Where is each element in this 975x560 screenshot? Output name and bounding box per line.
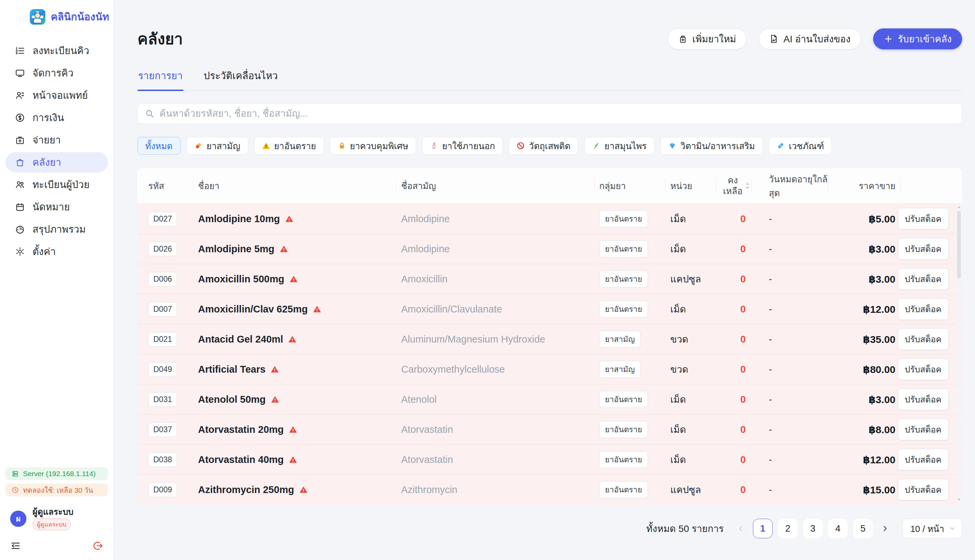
adjust-stock-button[interactable]: ปรับสต็อค [898,479,948,500]
ai-read-delivery-note-button[interactable]: AI อ่านใบส่งของ [759,28,861,49]
table-scrollbar[interactable] [957,204,962,503]
sidebar-item-finance[interactable]: การเงิน [5,108,108,128]
drug-table: รหัส ชื่อยา ชื่อสามัญ กลุ่มยา หน่วย คง เ… [137,168,962,505]
unit: แคปซูล [666,272,716,287]
search-icon [145,109,154,118]
filter-chip-label: ทั้งหมด [145,139,173,153]
trial-notice-badge: ทดลองใช้: เหลือ 30 วัน [5,483,108,497]
filter-chip-common-drug[interactable]: ยาสามัญ [187,137,248,155]
filter-chip-all[interactable]: ทั้งหมด [137,137,181,155]
pagination-total: ทั้งหมด 50 รายการ [646,521,724,536]
dispense-icon [15,135,25,145]
stock-value: 0 [716,424,752,435]
out-of-stock-warning-icon [270,365,279,374]
filter-chip-herbal[interactable]: ยาสมุนไพร [584,137,654,155]
table-row: D021 Antacid Gel 240ml Aluminum/Magnesiu… [137,324,962,354]
adjust-stock-button[interactable]: ปรับสต็อค [898,358,948,380]
pagination-page-5[interactable]: 5 [853,519,873,538]
collapse-sidebar-button[interactable] [10,540,21,551]
out-of-stock-warning-icon [271,395,279,404]
adjust-stock-button[interactable]: ปรับสต็อค [898,208,948,230]
sidebar-item-label: หน้าจอแพทย์ [32,88,88,103]
sidebar-item-label: นัดหมาย [32,199,70,215]
adjust-stock-button[interactable]: ปรับสต็อค [898,418,948,440]
out-of-stock-warning-icon [288,425,298,434]
caret-down-icon [745,186,750,190]
adjust-stock-button[interactable]: ปรับสต็อค [898,388,948,410]
out-of-stock-warning-icon [285,214,294,223]
page-size-select[interactable]: 10 / หน้า [903,519,962,538]
adjust-stock-button[interactable]: ปรับสต็อค [898,328,948,350]
filter-chip-narcotic[interactable]: วัตถุเสพติด [509,137,578,155]
table-body: D027 Amlodipine 10mg Amlodipine ยาอันตรา… [137,203,962,505]
logout-button[interactable] [92,540,103,551]
sidebar-item-register-queue[interactable]: ลงทะเบียนคิว [5,41,108,61]
expiry-date: - [752,364,828,375]
filter-chip-label: วัตถุเสพติด [529,139,570,153]
drug-name: Amoxicillin 500mg [198,273,396,285]
sidebar-item-overview[interactable]: สรุปภาพรวม [5,219,108,239]
unit: เม็ด [666,302,716,317]
sidebar-item-manage-queue[interactable]: จัดการคิว [5,63,108,83]
gear-icon [15,247,25,257]
sidebar-item-doctor-screen[interactable]: หน้าจอแพทย์ [5,85,108,105]
sidebar-item-appointments[interactable]: นัดหมาย [5,197,108,217]
drug-name: Atenolol 50mg [198,394,396,405]
stock-value: 0 [716,394,752,405]
price: ฿3.00 [828,393,901,405]
select-caret-icon [949,525,956,532]
tab-movement-history[interactable]: ประวัติเคลื่อนไหว [203,68,279,90]
pagination-prev-button[interactable] [734,519,748,538]
filter-chip-label: ยาสมุนไพร [604,139,647,153]
scroll-up-icon[interactable] [957,205,961,209]
table-row: D026 Amlodipine 5mg Amlodipine ยาอันตราย… [137,234,962,264]
server-icon [12,470,19,477]
expiry-date: - [752,273,828,284]
price: ฿80.00 [828,363,901,375]
drug-code: D049 [148,362,177,377]
expiry-date: - [752,243,828,254]
adjust-stock-button[interactable]: ปรับสต็อค [898,268,948,290]
table-row: D006 Amoxicillin 500mg Amoxicillin ยาอัน… [137,264,962,294]
filter-chip-vitamin[interactable]: วิตามิน/อาหารเสริม [661,137,763,155]
col-header-stock-sort[interactable]: คง เหลือ [716,178,752,193]
out-of-stock-warning-icon [299,485,308,494]
out-of-stock-warning-icon [289,275,298,284]
filter-chip-special-control[interactable]: ยาควบคุมพิเศษ [330,137,416,155]
table-row: D037 Atorvastatin 20mg Atorvastatin ยาอั… [137,414,962,444]
tab-drug-list[interactable]: รายการยา [137,68,184,90]
filter-chip-medical-supply[interactable]: เวชภัณฑ์ [769,137,832,155]
sidebar-item-dispense[interactable]: จ่ายยา [5,130,108,150]
pagination-page-2[interactable]: 2 [778,519,798,538]
pagination-next-button[interactable] [878,519,892,538]
chevron-right-icon [881,525,889,532]
search-bar [137,103,962,124]
scroll-down-icon[interactable] [957,497,961,502]
drug-name: Atorvastatin 40mg [198,454,396,465]
pagination-page-3[interactable]: 3 [803,519,823,538]
sidebar-item-inventory[interactable]: คลังยา [5,152,108,172]
app-window: คลินิกน้องนัท ลงทะเบียนคิวจัดการคิวหน้าจ… [0,0,975,560]
sidebar-nav: ลงทะเบียนคิวจัดการคิวหน้าจอแพทย์การเงินจ… [0,40,114,263]
col-header-code: รหัส [137,178,193,193]
receive-stock-button[interactable]: รับยาเข้าคลัง [873,28,962,49]
adjust-stock-button[interactable]: ปรับสต็อค [898,449,948,470]
scrollbar-thumb[interactable] [957,211,961,278]
pagination-page-4[interactable]: 4 [828,519,848,538]
drug-group-tag: ยาอันตราย [599,481,648,498]
pagination-page-1[interactable]: 1 [753,519,773,538]
sidebar-item-patients[interactable]: ทะเบียนผู้ป่วย [5,175,108,195]
adjust-stock-button[interactable]: ปรับสต็อค [898,238,948,260]
user-profile[interactable]: ผ ผู้ดูแลระบบ ผู้ดูแลระบบ [0,498,114,533]
price: ฿5.00 [828,213,901,225]
filter-chip-external-use[interactable]: ยาใช้ภายนอก [422,137,503,155]
search-input[interactable] [137,103,962,124]
sidebar-item-settings[interactable]: ตั้งค่า [5,242,108,262]
filter-chip-dangerous-drug[interactable]: ยาอันตราย [254,137,324,155]
table-header-row: รหัส ชื่อยา ชื่อสามัญ กลุ่มยา หน่วย คง เ… [137,168,962,203]
price: ฿15.00 [828,484,901,496]
drug-code: D007 [148,302,177,317]
add-new-drug-button[interactable]: เพิ่มยาใหม่ [667,28,746,49]
clock-icon [12,486,19,494]
adjust-stock-button[interactable]: ปรับสต็อค [898,298,948,320]
